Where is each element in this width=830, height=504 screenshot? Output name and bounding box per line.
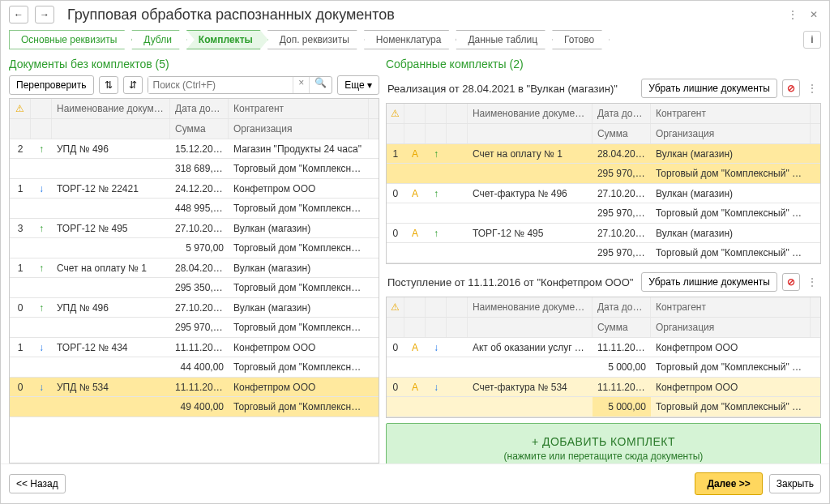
table-row[interactable]: 0A↑ТОРГ-12 № 49527.10.2016Вулкан (магази… <box>387 224 820 243</box>
warn-col-icon <box>15 103 24 114</box>
arrow-down-icon: ↓ <box>434 342 439 353</box>
table-row-sub[interactable]: 5 970,00Торговый дом "Комплексный" ООО <box>10 238 379 258</box>
nav-back-button[interactable]: ← <box>9 6 28 23</box>
close-icon[interactable]: ✕ <box>806 7 821 22</box>
table-row-sub[interactable]: 318 689,00Торговый дом "Комплексный" ООО <box>10 159 379 179</box>
nav-fwd-button[interactable]: → <box>35 6 54 23</box>
sort-asc-button[interactable]: ⇅ <box>99 76 118 94</box>
close-button[interactable]: Закрыть <box>769 474 821 493</box>
arrow-down-icon: ↓ <box>39 342 44 353</box>
table-row-sub[interactable]: 295 970,00Торговый дом "Комплексный" ООО <box>387 203 820 224</box>
arrow-up-icon: ↑ <box>39 143 44 155</box>
arrow-up-icon: ↑ <box>434 148 439 160</box>
right-pane-title: Собранные комплекты (2) <box>386 54 821 75</box>
wizard-step-5[interactable]: Данные таблиц <box>456 30 553 49</box>
table-row-sub[interactable]: 295 970,00Торговый дом "Комплексный" ООО <box>10 318 379 338</box>
arrow-down-icon: ↓ <box>39 382 44 393</box>
warn-icon: A <box>412 188 418 199</box>
search-input[interactable] <box>148 77 293 93</box>
set-menu-icon[interactable]: ⋮ <box>805 275 819 289</box>
table-row[interactable]: 0↓УПД № 53411.11.2016Конфетпром ООО <box>10 378 379 397</box>
table-row-sub[interactable]: 5 000,00Торговый дом "Комплексный" ООО <box>387 357 820 378</box>
window-title: Групповая обработка распознанных докумен… <box>67 6 779 23</box>
wizard-steps: Основные реквизитыДублиКомплектыДоп. рек… <box>1 28 829 54</box>
table-row[interactable]: 0A↑Счет-фактура № 49627.10.2016Вулкан (м… <box>387 184 820 203</box>
set-title-1: Поступление от 11.11.2016 от "Конфетпром… <box>387 276 636 288</box>
wizard-step-0[interactable]: Основные реквизиты <box>9 30 132 49</box>
warn-icon: A <box>412 228 418 239</box>
warn-icon: A <box>412 342 418 353</box>
hdr-sum[interactable]: Сумма <box>170 119 229 139</box>
table-row[interactable]: 1A↑Счет на оплату № 128.04.2021Вулкан (м… <box>387 144 820 164</box>
table-row[interactable]: 0↑УПД № 49627.10.2016Вулкан (магазин) <box>10 298 379 318</box>
table-row-sub[interactable]: 295 970,00Торговый дом "Комплексный" ООО <box>387 164 820 184</box>
table-row[interactable]: 0A↓Счет-фактура № 53411.11.2016Конфетпро… <box>387 378 820 397</box>
recheck-button[interactable]: Перепроверить <box>9 75 94 95</box>
next-button[interactable]: Далее >> <box>695 472 762 495</box>
table-row[interactable]: 1↓ТОРГ-12 № 2242124.12.2016Конфетпром ОО… <box>10 179 379 199</box>
table-row-sub[interactable]: 295 970,00Торговый дом "Комплексный" ООО <box>387 243 820 263</box>
arrow-up-icon: ↑ <box>39 263 44 274</box>
add-set-hint: (нажмите или перетащите сюда документы) <box>398 451 809 462</box>
table-row-sub[interactable]: 448 995,00Торговый дом "Комплексный" ООО <box>10 199 379 219</box>
table-row-sub[interactable]: 49 400,00Торговый дом "Комплексный" ООО <box>10 397 379 417</box>
arrow-up-icon: ↑ <box>39 223 44 234</box>
warn-icon: A <box>412 148 418 160</box>
search-icon[interactable]: 🔍 <box>309 77 332 93</box>
left-pane-title: Документы без комплектов (5) <box>9 54 379 75</box>
set-menu-icon[interactable]: ⋮ <box>805 81 819 96</box>
hdr-ctr[interactable]: Контрагент <box>229 99 369 118</box>
left-grid[interactable]: Наименование документаДата док-таКонтраг… <box>9 98 379 463</box>
wizard-step-6[interactable]: Готово <box>552 30 610 49</box>
sort-desc-button[interactable]: ⇵ <box>123 76 143 94</box>
hdr-org[interactable]: Организация <box>229 119 369 139</box>
table-row[interactable]: 0A↓Акт об оказании услуг № 43411.11.2016… <box>387 338 820 357</box>
back-button[interactable]: << Назад <box>9 474 66 493</box>
table-row-sub[interactable]: 295 350,00Торговый дом "Комплексный" ООО <box>10 278 379 298</box>
wizard-step-1[interactable]: Дубли <box>131 30 187 49</box>
wizard-step-4[interactable]: Номенклатура <box>364 30 457 49</box>
set-title-0: Реализация от 28.04.2021 в "Вулкан (мага… <box>387 83 636 95</box>
arrow-up-icon: ↑ <box>434 188 439 199</box>
delete-set-button[interactable]: ⊘ <box>782 273 800 291</box>
hdr-name[interactable]: Наименование документа <box>52 99 170 118</box>
table-row[interactable]: 1↓ТОРГ-12 № 43411.11.2016Конфетпром ООО <box>10 338 379 357</box>
hdr-date[interactable]: Дата док-та <box>170 99 229 118</box>
wizard-step-3[interactable]: Доп. реквизиты <box>267 30 365 49</box>
menu-icon[interactable]: ⋮ <box>785 7 800 22</box>
warn-col-icon <box>391 301 400 313</box>
delete-set-button[interactable]: ⊘ <box>782 79 800 97</box>
arrow-up-icon: ↑ <box>434 228 439 239</box>
table-row-sub[interactable]: 44 400,00Торговый дом "Комплексный" ООО <box>10 357 379 378</box>
add-set-button[interactable]: + ДОБАВИТЬ КОМПЛЕКТ(нажмите или перетащи… <box>386 423 821 463</box>
remove-extra-button[interactable]: Убрать лишние документы <box>641 272 777 292</box>
remove-extra-button[interactable]: Убрать лишние документы <box>641 79 777 98</box>
more-button[interactable]: Еще ▾ <box>337 75 379 95</box>
add-set-label: + ДОБАВИТЬ КОМПЛЕКТ <box>398 435 809 448</box>
wizard-step-2[interactable]: Комплекты <box>186 30 268 49</box>
warn-icon: A <box>412 382 418 393</box>
table-row-sub[interactable]: 5 000,00Торговый дом "Комплексный" ООО <box>387 397 820 417</box>
arrow-down-icon: ↓ <box>39 183 44 194</box>
arrow-down-icon: ↓ <box>434 382 439 393</box>
table-row[interactable]: 2↑УПД № 49615.12.2021Магазин "Продукты 2… <box>10 139 379 159</box>
search-clear-icon[interactable]: × <box>293 77 309 93</box>
set-grid[interactable]: Наименование документаДата док-таКонтраг… <box>386 103 821 264</box>
arrow-up-icon: ↑ <box>39 302 44 314</box>
table-row[interactable]: 1↑Счет на оплату № 128.04.2021Вулкан (ма… <box>10 258 379 278</box>
set-grid[interactable]: Наименование документаДата док-таКонтраг… <box>386 297 821 418</box>
info-icon[interactable]: i <box>803 31 821 49</box>
warn-col-icon <box>391 108 400 119</box>
table-row[interactable]: 3↑ТОРГ-12 № 49527.10.2016Вулкан (магазин… <box>10 219 379 238</box>
